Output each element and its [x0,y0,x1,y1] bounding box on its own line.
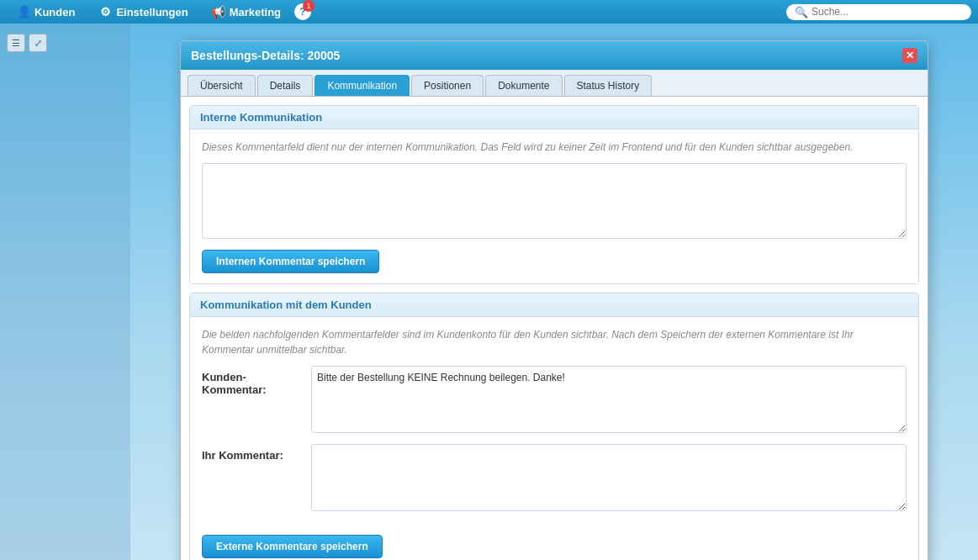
internal-info-text: Dieses Kommentarfeld dient nur der inter… [202,140,907,155]
nav-einstellungen-label: Einstellungen [116,6,188,18]
help-badge: 1 [303,0,315,12]
internal-section-body: Dieses Kommentarfeld dient nur der inter… [190,129,918,283]
tab-bar: Übersicht Details Kommunikation Position… [181,70,928,97]
search-box[interactable]: 🔍 [786,4,971,20]
internal-section: Interne Kommunikation Dieses Kommentarfe… [189,105,919,284]
kunden-label: Kunden-Kommentar: [202,366,303,396]
nav-einstellungen[interactable]: ⚙ Einstellungen [88,3,198,21]
external-info-text: Die beiden nachfolgenden Kommentarfelder… [202,327,907,357]
save-external-comments-button[interactable]: Externe Kommentare speichern [202,535,383,558]
sidebar: ☰ ⤢ [0,24,130,560]
external-section-header: Kommunikation mit dem Kunden [190,293,918,317]
external-section-body: Die beiden nachfolgenden Kommentarfelder… [190,317,918,560]
modal-body: Interne Kommunikation Dieses Kommentarfe… [181,97,928,560]
kunden-textarea-wrap: <span class="comment-text-inner">Bitte <… [311,366,907,436]
nav-marketing[interactable]: 📢 Marketing [202,3,291,21]
top-nav: 👤 Kunden ⚙ Einstellungen 📢 Marketing ? 1… [0,0,978,24]
search-input[interactable] [811,6,963,18]
external-section: Kommunikation mit dem Kunden Die beiden … [189,293,919,560]
modal-overlay: Bestellungs-Details: 20005 ✕ Übersicht D… [130,24,978,560]
sidebar-toggle-icon[interactable]: ☰ [7,34,25,52]
ihr-comment-textarea[interactable] [311,444,907,511]
ihr-label: Ihr Kommentar: [202,444,303,462]
nav-marketing-label: Marketing [230,6,281,18]
nav-kunden[interactable]: 👤 Kunden [7,3,85,21]
ihr-textarea-wrap [311,444,907,514]
sidebar-expand-icon[interactable]: ⤢ [29,34,47,52]
save-internal-comment-button[interactable]: Internen Kommentar speichern [202,250,379,273]
nav-kunden-label: Kunden [34,6,75,18]
kunden-comment-textarea[interactable]: <span class="comment-text-inner">Bitte <… [311,366,907,433]
kunden-grid: Kunden-Kommentar: <span class="comment-t… [202,366,907,514]
tab-ubersicht[interactable]: Übersicht [188,75,256,96]
tab-status-history[interactable]: Status History [564,75,653,96]
modal-title: Bestellungs-Details: 20005 [191,49,340,62]
internal-section-header: Interne Kommunikation [190,106,918,129]
sidebar-icon-group: ☰ ⤢ [3,30,50,55]
tab-positionen[interactable]: Positionen [411,75,484,96]
modal-close-button[interactable]: ✕ [902,48,917,63]
einstellungen-icon: ⚙ [98,5,112,18]
marketing-icon: 📢 [212,5,225,18]
kunden-icon: 👤 [17,5,30,18]
nav-help[interactable]: ? 1 [294,3,311,20]
tab-kommunikation[interactable]: Kommunikation [315,75,410,96]
search-icon: 🔍 [795,6,808,18]
tab-dokumente[interactable]: Dokumente [485,75,562,96]
modal-dialog: Bestellungs-Details: 20005 ✕ Übersicht D… [180,40,928,560]
modal-header: Bestellungs-Details: 20005 ✕ [181,41,928,70]
tab-details[interactable]: Details [257,75,314,96]
internal-comment-textarea[interactable] [202,163,907,239]
